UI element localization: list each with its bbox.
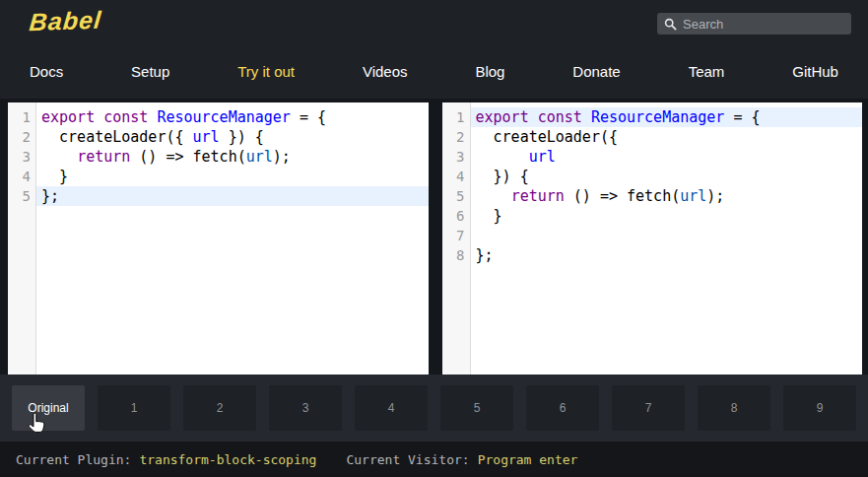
- code-token: );: [706, 187, 724, 205]
- code-token: };: [476, 246, 494, 264]
- nav-item-donate[interactable]: Donate: [572, 63, 620, 80]
- code-pane-right[interactable]: 12345678 export const ResourceManager = …: [442, 102, 863, 375]
- code-token: [41, 148, 77, 166]
- code-line[interactable]: }) {: [471, 167, 863, 186]
- repl-editor: 12345 export const ResourceManager = { c…: [0, 99, 868, 375]
- line-number: 5: [8, 186, 31, 206]
- code-token: const: [538, 108, 582, 126]
- code-token: [529, 108, 538, 126]
- step-button-2[interactable]: 2: [183, 385, 256, 431]
- code-token: = {: [291, 108, 326, 126]
- code-line[interactable]: };: [471, 245, 863, 265]
- code-pane-left[interactable]: 12345 export const ResourceManager = { c…: [8, 102, 429, 375]
- step-button-4[interactable]: 4: [355, 385, 428, 431]
- code-token: }: [41, 168, 68, 185]
- code-token: export: [41, 108, 95, 126]
- code-token: }) {: [220, 128, 264, 146]
- code-token: url: [193, 128, 220, 146]
- code-line[interactable]: return () => fetch(url);: [471, 186, 863, 206]
- code-token: };: [41, 187, 59, 205]
- line-number: 1: [442, 107, 465, 127]
- nav-item-videos[interactable]: Videos: [363, 63, 408, 80]
- code-token: url: [246, 148, 273, 166]
- nav-item-setup[interactable]: Setup: [131, 63, 169, 80]
- step-button-6[interactable]: 6: [526, 385, 599, 431]
- code-token: () => fetch(: [130, 148, 245, 166]
- line-number-gutter: 12345: [8, 102, 36, 375]
- search-icon: [664, 18, 677, 31]
- step-button-9[interactable]: 9: [783, 385, 856, 431]
- code-token: = {: [724, 108, 760, 126]
- nav-item-try-it-out[interactable]: Try it out: [237, 63, 295, 80]
- code-token: [476, 148, 529, 166]
- line-number: 2: [442, 127, 465, 147]
- step-button-1[interactable]: 1: [98, 385, 170, 431]
- code-line[interactable]: }: [471, 206, 863, 226]
- code-line[interactable]: createLoader({ url }) {: [36, 127, 429, 147]
- code-token: createLoader({: [41, 128, 193, 146]
- code-token: () => fetch(: [565, 187, 680, 205]
- line-number: 8: [442, 245, 465, 265]
- current-plugin-label: Current Plugin:: [16, 452, 131, 467]
- code-token: ResourceManager: [591, 108, 724, 126]
- code-token: [95, 108, 103, 126]
- code-token: export: [476, 108, 529, 126]
- babel-logo[interactable]: Babel: [29, 6, 103, 37]
- code-line[interactable]: createLoader({: [471, 127, 863, 147]
- nav-item-blog[interactable]: Blog: [475, 63, 504, 80]
- code-token: return: [77, 148, 130, 166]
- code-line[interactable]: url: [471, 147, 863, 167]
- nav-item-docs[interactable]: Docs: [30, 63, 63, 80]
- code-token: [476, 187, 511, 205]
- code-line[interactable]: }: [36, 167, 429, 186]
- step-button-3[interactable]: 3: [269, 385, 342, 431]
- line-number: 3: [8, 147, 31, 167]
- code-token: createLoader({: [476, 128, 619, 146]
- line-number-gutter: 12345678: [442, 102, 471, 375]
- code-token: }: [476, 207, 502, 225]
- status-bar: Current Plugin: transform-block-scoping …: [0, 442, 868, 477]
- current-visitor-label: Current Visitor:: [346, 452, 469, 467]
- line-number: 3: [442, 147, 465, 167]
- code-line[interactable]: export const ResourceManager = {: [471, 107, 863, 127]
- code-line[interactable]: return () => fetch(url);: [36, 147, 429, 167]
- code-line[interactable]: [471, 226, 863, 245]
- line-number: 2: [8, 127, 31, 147]
- search-box[interactable]: [657, 13, 851, 34]
- code-token: url: [529, 148, 556, 166]
- code-token: [582, 108, 591, 126]
- code-area[interactable]: export const ResourceManager = { createL…: [471, 102, 863, 375]
- step-toolbar: Original123456789: [0, 375, 868, 442]
- code-token: const: [103, 108, 148, 126]
- nav-item-github[interactable]: GitHub: [792, 63, 838, 80]
- line-number: 4: [8, 167, 31, 186]
- main-nav: DocsSetupTry it outVideosBlogDonateTeamG…: [0, 63, 868, 80]
- step-button-original[interactable]: Original: [12, 385, 85, 431]
- code-line[interactable]: export const ResourceManager = {: [36, 107, 429, 127]
- code-token: );: [273, 148, 291, 166]
- step-button-5[interactable]: 5: [440, 385, 513, 431]
- code-line[interactable]: };: [36, 186, 429, 206]
- code-token: }) {: [476, 168, 529, 185]
- code-token: return: [511, 187, 565, 205]
- code-token: url: [680, 187, 706, 205]
- current-visitor-value: Program enter: [478, 452, 578, 467]
- code-token: ResourceManager: [157, 108, 290, 126]
- nav-item-team[interactable]: Team: [689, 63, 725, 80]
- step-button-8[interactable]: 8: [698, 385, 770, 431]
- search-input[interactable]: [683, 17, 844, 32]
- line-number: 6: [442, 206, 465, 226]
- line-number: 4: [442, 167, 465, 186]
- site-header: Babel DocsSetupTry it outVideosBlogDonat…: [0, 0, 868, 99]
- current-plugin-value: transform-block-scoping: [139, 452, 316, 467]
- line-number: 5: [442, 186, 465, 206]
- step-button-7[interactable]: 7: [612, 385, 685, 431]
- code-area[interactable]: export const ResourceManager = { createL…: [36, 102, 429, 375]
- line-number: 7: [442, 226, 465, 245]
- line-number: 1: [8, 107, 31, 127]
